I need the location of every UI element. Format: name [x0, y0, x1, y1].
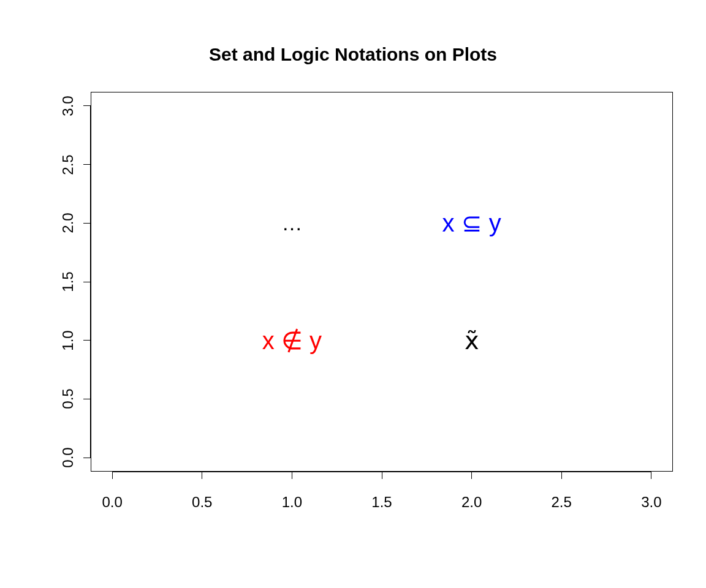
- x-tick-label: 1.0: [282, 494, 302, 511]
- y-tick-label: 2.5: [59, 154, 77, 175]
- y-tick: [83, 399, 91, 399]
- plot-area: [91, 92, 673, 472]
- x-tick: [471, 472, 472, 479]
- chart-canvas: Set and Logic Notations on Plots 0.00.51…: [0, 0, 706, 588]
- y-tick: [83, 458, 91, 458]
- x-tick: [202, 472, 202, 479]
- y-tick-label: 0.0: [59, 447, 77, 467]
- x-tick-label: 0.5: [192, 494, 212, 511]
- chart-title: Set and Logic Notations on Plots: [0, 44, 706, 65]
- x-tick: [112, 472, 113, 479]
- x-tick: [651, 472, 651, 479]
- x-tick-label: 3.0: [641, 494, 661, 511]
- x-tick-label: 2.5: [552, 494, 572, 511]
- x-tick: [561, 472, 562, 479]
- y-tick-label: 2.0: [59, 213, 77, 233]
- y-tick: [83, 282, 91, 282]
- y-tick: [83, 340, 91, 341]
- x-tick-label: 2.0: [461, 494, 482, 511]
- y-tick-label: 0.5: [59, 389, 77, 409]
- y-tick-label: 1.0: [59, 330, 77, 350]
- x-tick: [292, 472, 292, 479]
- x-tick: [382, 472, 382, 479]
- y-tick: [83, 164, 91, 165]
- annotation-3: x ⊆ y: [442, 209, 501, 237]
- annotation-1: x̃: [465, 326, 479, 355]
- y-tick-label: 1.5: [59, 271, 77, 292]
- y-tick-label: 3.0: [59, 96, 77, 116]
- annotation-2: …: [281, 211, 302, 235]
- x-tick-label: 0.0: [102, 494, 122, 511]
- annotation-0: x ∉ y: [262, 326, 322, 355]
- x-tick-label: 1.5: [371, 494, 392, 511]
- y-tick: [83, 105, 91, 106]
- y-tick: [83, 223, 91, 224]
